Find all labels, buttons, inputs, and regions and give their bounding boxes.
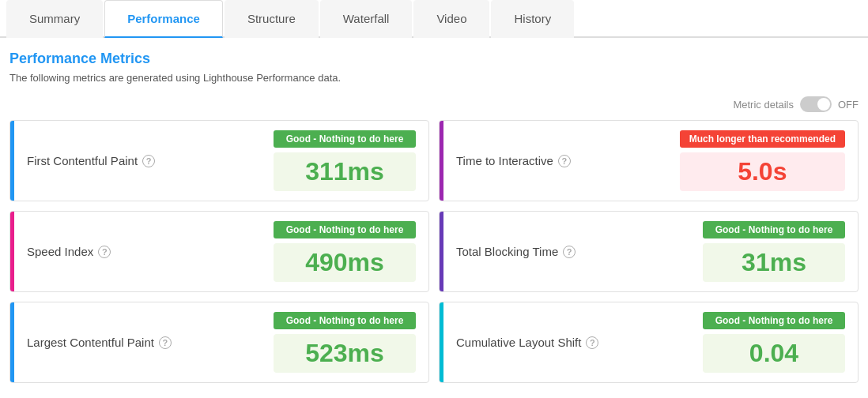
- toggle-off-label: OFF: [838, 99, 859, 111]
- cls-badge: Good - Nothing to do here: [703, 312, 845, 329]
- si-value-bg: 490ms: [274, 243, 416, 282]
- si-value-box: Good - Nothing to do here 490ms: [274, 221, 416, 282]
- metric-card-fcp: First Contentful Paint ? Good - Nothing …: [9, 120, 429, 201]
- fcp-value-box: Good - Nothing to do here 311ms: [274, 130, 416, 191]
- lcp-badge: Good - Nothing to do here: [274, 312, 416, 329]
- si-name: Speed Index ?: [27, 245, 261, 258]
- tti-value: 5.0s: [689, 157, 836, 186]
- tbt-name: Total Blocking Time ?: [456, 245, 690, 258]
- fcp-help-icon[interactable]: ?: [142, 155, 155, 167]
- lcp-value-box: Good - Nothing to do here 523ms: [274, 312, 416, 373]
- tab-history[interactable]: History: [491, 0, 574, 38]
- fcp-value-bg: 311ms: [274, 152, 416, 191]
- si-badge: Good - Nothing to do here: [274, 221, 416, 238]
- metric-card-tbt: Total Blocking Time ? Good - Nothing to …: [439, 211, 859, 292]
- si-inner: Speed Index ? Good - Nothing to do here …: [14, 212, 428, 291]
- metric-card-tti: Time to Interactive ? Much longer than r…: [439, 120, 859, 201]
- si-help-icon[interactable]: ?: [98, 246, 111, 258]
- fcp-inner: First Contentful Paint ? Good - Nothing …: [14, 121, 428, 201]
- tbt-help-icon[interactable]: ?: [563, 246, 576, 258]
- cls-name: Cumulative Layout Shift ?: [456, 336, 690, 349]
- tab-waterfall[interactable]: Waterfall: [320, 0, 413, 38]
- tti-value-bg: 5.0s: [680, 152, 845, 191]
- cls-help-icon[interactable]: ?: [586, 336, 598, 349]
- main-content: Performance Metrics The following metric…: [0, 38, 868, 396]
- fcp-value: 311ms: [283, 157, 406, 186]
- cls-inner: Cumulative Layout Shift ? Good - Nothing…: [443, 302, 858, 382]
- fcp-name: First Contentful Paint ?: [27, 154, 261, 167]
- tab-video[interactable]: Video: [413, 0, 489, 38]
- tbt-value: 31ms: [712, 248, 836, 277]
- metric-card-si: Speed Index ? Good - Nothing to do here …: [9, 211, 429, 292]
- tab-summary[interactable]: Summary: [6, 0, 103, 38]
- page-subtitle: The following metrics are generated usin…: [9, 72, 859, 84]
- fcp-badge: Good - Nothing to do here: [274, 130, 416, 148]
- metric-details-row: Metric details OFF: [9, 96, 859, 112]
- tbt-value-box: Good - Nothing to do here 31ms: [703, 221, 845, 282]
- tti-name: Time to Interactive ?: [456, 154, 667, 167]
- tti-inner: Time to Interactive ? Much longer than r…: [443, 121, 858, 201]
- tti-value-box: Much longer than recommended 5.0s: [680, 130, 845, 191]
- metrics-grid: First Contentful Paint ? Good - Nothing …: [9, 120, 859, 383]
- tti-help-icon[interactable]: ?: [558, 155, 571, 167]
- page-title: Performance Metrics: [9, 51, 859, 67]
- tti-badge: Much longer than recommended: [680, 130, 845, 148]
- metric-card-lcp: Largest Contentful Paint ? Good - Nothin…: [9, 302, 429, 383]
- si-value: 490ms: [283, 248, 406, 277]
- lcp-name: Largest Contentful Paint ?: [27, 336, 261, 349]
- tab-structure[interactable]: Structure: [225, 0, 319, 38]
- cls-value: 0.04: [712, 339, 836, 368]
- tab-performance[interactable]: Performance: [104, 0, 223, 38]
- tbt-inner: Total Blocking Time ? Good - Nothing to …: [443, 212, 858, 291]
- tab-bar: Summary Performance Structure Waterfall …: [0, 0, 868, 38]
- lcp-value-bg: 523ms: [274, 334, 416, 373]
- lcp-help-icon[interactable]: ?: [159, 336, 172, 349]
- tbt-value-bg: 31ms: [703, 243, 845, 282]
- cls-value-bg: 0.04: [703, 334, 845, 373]
- tbt-badge: Good - Nothing to do here: [703, 221, 845, 238]
- metric-card-cls: Cumulative Layout Shift ? Good - Nothing…: [439, 302, 859, 383]
- lcp-inner: Largest Contentful Paint ? Good - Nothin…: [14, 302, 428, 382]
- metric-details-label: Metric details: [733, 99, 794, 111]
- lcp-value: 523ms: [283, 339, 406, 368]
- cls-value-box: Good - Nothing to do here 0.04: [703, 312, 845, 373]
- metric-details-toggle[interactable]: [800, 96, 832, 112]
